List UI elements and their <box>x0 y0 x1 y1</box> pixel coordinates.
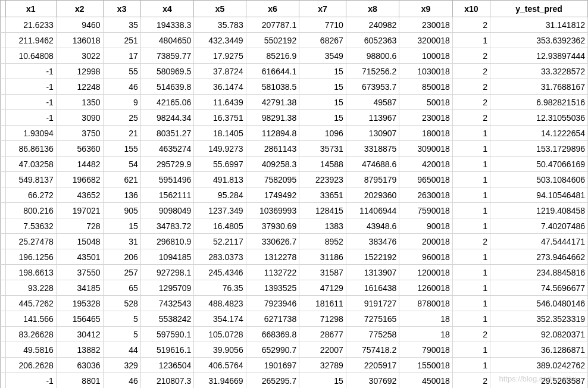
cell[interactable]: 155 <box>103 141 140 157</box>
cell[interactable]: 200018 <box>399 234 453 249</box>
cell[interactable]: 3090 <box>56 110 103 126</box>
cell[interactable]: 420018 <box>399 157 453 172</box>
cell[interactable]: 616644.1 <box>246 64 299 79</box>
cell[interactable]: 43501 <box>56 249 103 265</box>
row-handle[interactable] <box>1 280 6 296</box>
cell[interactable]: 389.0242762 <box>490 358 588 373</box>
column-header[interactable]: x6 <box>246 1 299 17</box>
cell[interactable]: 1 <box>452 296 490 311</box>
cell[interactable]: 668369.8 <box>246 327 299 342</box>
cell[interactable]: 21 <box>103 126 140 141</box>
cell[interactable]: 195328 <box>56 296 103 311</box>
cell[interactable]: 6271738 <box>246 311 299 327</box>
row-handle[interactable] <box>1 172 6 187</box>
cell[interactable]: 7275165 <box>346 311 399 327</box>
cell[interactable]: 488.4823 <box>194 296 246 311</box>
row-handle[interactable] <box>1 234 6 249</box>
cell[interactable]: 32789 <box>299 358 346 373</box>
cell[interactable]: 54 <box>103 157 140 172</box>
cell[interactable]: 1350 <box>56 95 103 110</box>
cell[interactable]: 549.8137 <box>5 172 56 187</box>
cell[interactable]: 330626.7 <box>246 234 299 249</box>
cell[interactable]: 5 <box>103 311 140 327</box>
cell[interactable]: 283.0373 <box>194 249 246 265</box>
cell[interactable]: 1094185 <box>140 249 194 265</box>
cell[interactable]: 33.3228572 <box>490 64 588 79</box>
row-handle[interactable] <box>1 358 6 373</box>
cell[interactable]: 352.3523319 <box>490 311 588 327</box>
cell[interactable]: 230018 <box>399 110 453 126</box>
cell[interactable]: 15 <box>299 110 346 126</box>
cell[interactable]: 90018 <box>399 218 453 234</box>
cell[interactable]: 98244.34 <box>140 110 194 126</box>
cell[interactable]: 43948.6 <box>346 218 399 234</box>
cell[interactable]: 80351.27 <box>140 126 194 141</box>
cell[interactable]: 2861143 <box>246 141 299 157</box>
cell[interactable]: 15 <box>299 64 346 79</box>
cell[interactable]: 15 <box>103 218 140 234</box>
cell[interactable]: 273.9464662 <box>490 249 588 265</box>
cell[interactable]: 1 <box>452 342 490 358</box>
cell[interactable]: 715256.2 <box>346 64 399 79</box>
cell[interactable]: 206 <box>103 249 140 265</box>
cell[interactable]: 406.5764 <box>194 358 246 373</box>
cell[interactable]: 68267 <box>299 33 346 48</box>
row-handle[interactable] <box>1 373 6 389</box>
cell[interactable]: 514639.8 <box>140 79 194 95</box>
cell[interactable]: -1 <box>5 79 56 95</box>
cell[interactable]: 136 <box>103 187 140 203</box>
cell[interactable]: 3200018 <box>399 33 453 48</box>
cell[interactable]: 1550018 <box>399 358 453 373</box>
cell[interactable]: 8780018 <box>399 296 453 311</box>
cell[interactable]: 2 <box>452 234 490 249</box>
cell[interactable]: 52.2117 <box>194 234 246 249</box>
cell[interactable]: 2 <box>452 110 490 126</box>
cell[interactable]: 1 <box>452 172 490 187</box>
cell[interactable]: 8952 <box>299 234 346 249</box>
cell[interactable]: 9650018 <box>399 172 453 187</box>
cell[interactable]: 55 <box>103 64 140 79</box>
cell[interactable]: 296810.9 <box>140 234 194 249</box>
cell[interactable]: 2029360 <box>346 187 399 203</box>
cell[interactable]: 98291.38 <box>246 110 299 126</box>
cell[interactable]: 230018 <box>399 17 453 33</box>
cell[interactable]: -1 <box>5 95 56 110</box>
cell[interactable]: 76.35 <box>194 280 246 296</box>
cell[interactable]: 197021 <box>56 203 103 218</box>
cell[interactable]: 1260018 <box>399 280 453 296</box>
cell[interactable]: 42165.06 <box>140 95 194 110</box>
cell[interactable]: 149.9273 <box>194 141 246 157</box>
cell[interactable]: 153.1729896 <box>490 141 588 157</box>
row-handle[interactable] <box>1 64 6 79</box>
cell[interactable]: 1 <box>452 33 490 48</box>
cell[interactable]: 31186 <box>299 249 346 265</box>
cell[interactable]: 1237.349 <box>194 203 246 218</box>
row-handle[interactable] <box>1 249 6 265</box>
cell[interactable]: 180018 <box>399 126 453 141</box>
cell[interactable]: 7923946 <box>246 296 299 311</box>
cell[interactable]: 1295709 <box>140 280 194 296</box>
cell[interactable]: 528 <box>103 296 140 311</box>
cell[interactable]: 1 <box>452 203 490 218</box>
cell[interactable]: 94.10546481 <box>490 187 588 203</box>
cell[interactable]: 1096 <box>299 126 346 141</box>
cell[interactable]: 223923 <box>299 172 346 187</box>
cell[interactable]: 265295.7 <box>246 373 299 389</box>
cell[interactable]: 3318875 <box>346 141 399 157</box>
cell[interactable]: 36.1474 <box>194 79 246 95</box>
cell[interactable]: 1393525 <box>246 280 299 296</box>
cell[interactable]: 21.6233 <box>5 17 56 33</box>
cell[interactable]: 2 <box>452 79 490 95</box>
cell[interactable]: 234.8845816 <box>490 265 588 280</box>
column-header[interactable]: x10 <box>452 1 490 17</box>
cell[interactable]: 37930.69 <box>246 218 299 234</box>
cell[interactable]: 240982 <box>346 17 399 33</box>
cell[interactable]: 1219.408458 <box>490 203 588 218</box>
column-header[interactable]: x3 <box>103 1 140 17</box>
cell[interactable]: 8795179 <box>346 172 399 187</box>
cell[interactable]: 450018 <box>399 373 453 389</box>
cell[interactable]: 621 <box>103 172 140 187</box>
cell[interactable]: 850018 <box>399 79 453 95</box>
cell[interactable]: 49.5816 <box>5 342 56 358</box>
cell[interactable]: 790018 <box>399 342 453 358</box>
